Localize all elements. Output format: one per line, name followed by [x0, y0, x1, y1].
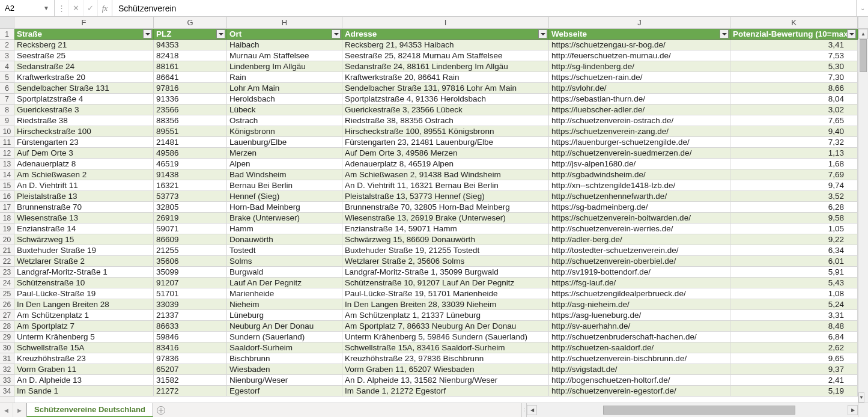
enter-icon[interactable]: ✓	[83, 0, 98, 16]
column-header-F[interactable]: F	[14, 17, 154, 28]
cell-H[interactable]: Lübeck	[227, 105, 342, 115]
cell-J[interactable]: https://schuetzenverein-zang.de/	[549, 126, 730, 136]
cell-H[interactable]: Marienheide	[227, 288, 342, 299]
cell-F[interactable]: Kraftwerkstraße 20	[14, 72, 154, 82]
cell-G[interactable]: 91207	[154, 278, 227, 288]
cell-J[interactable]: http://schuetzenverein-egestorf.de/	[549, 386, 730, 396]
row-header-26[interactable]: 26	[0, 299, 14, 310]
vscroll-track[interactable]	[858, 39, 868, 392]
cell-I[interactable]: Sedanstraße 24, 88161 Lindenberg Im Allg…	[342, 61, 549, 72]
row-header-23[interactable]: 23	[0, 267, 14, 278]
row-header-21[interactable]: 21	[0, 245, 14, 256]
cell-F[interactable]: In Den Langen Breiten 28	[14, 299, 154, 309]
cell-K[interactable]: 8,48	[730, 321, 858, 331]
cell-H[interactable]: Alpen	[227, 159, 342, 169]
cell-G[interactable]: 21481	[154, 137, 227, 147]
cell-G[interactable]: 32805	[154, 202, 227, 212]
row-header-8[interactable]: 8	[0, 105, 14, 115]
table-header-G[interactable]: PLZ	[154, 29, 227, 39]
name-box[interactable]	[5, 4, 41, 13]
cell-K[interactable]: 1,08	[730, 288, 858, 299]
cell-I[interactable]: Landgraf-Moritz-Straße 1, 35099 Burgwald	[342, 267, 549, 277]
cell-F[interactable]: Am Schützenplatz 1	[14, 310, 154, 320]
cell-K[interactable]: 7,30	[730, 72, 858, 82]
cell-G[interactable]: 23566	[154, 105, 227, 115]
cell-G[interactable]: 35606	[154, 256, 227, 266]
cell-I[interactable]: Riedstraße 38, 88356 Ostrach	[342, 115, 549, 126]
column-header-J[interactable]: J	[549, 17, 730, 28]
sheet-nav-next-icon[interactable]: ►	[13, 403, 26, 417]
cell-G[interactable]: 21272	[154, 386, 227, 396]
cell-G[interactable]: 35099	[154, 267, 227, 277]
cell-H[interactable]: Lauf An Der Pegnitz	[227, 278, 342, 288]
cell-H[interactable]: Hamm	[227, 224, 342, 234]
cancel-icon[interactable]: ✕	[69, 0, 83, 16]
cell-G[interactable]: 21255	[154, 245, 227, 255]
cell-F[interactable]: Paul-Lücke-Straße 19	[14, 288, 154, 299]
cell-H[interactable]: Rain	[227, 72, 342, 82]
row-header-5[interactable]: 5	[0, 72, 14, 83]
row-header-4[interactable]: 4	[0, 61, 14, 72]
cell-H[interactable]: Königsbronn	[227, 126, 342, 136]
cell-K[interactable]: 9,40	[730, 126, 858, 136]
cell-K[interactable]: 6,01	[730, 256, 858, 266]
filter-dropdown-icon[interactable]	[538, 29, 547, 38]
row-header-15[interactable]: 15	[0, 180, 14, 191]
row-header-34[interactable]: 34	[0, 386, 14, 397]
cell-G[interactable]: 97816	[154, 83, 227, 93]
cell-K[interactable]: 3,52	[730, 191, 858, 201]
row-header-16[interactable]: 16	[0, 191, 14, 202]
scroll-left-icon[interactable]: ◀	[527, 405, 537, 415]
filter-dropdown-icon[interactable]	[847, 29, 856, 38]
cell-I[interactable]: An D. Alpheide 13, 31582 Nienburg/Weser	[342, 375, 549, 385]
cell-J[interactable]: https://schuetzengildealperbrueck.de/	[549, 288, 730, 299]
cell-J[interactable]: https://asg-lueneburg.de/	[549, 310, 730, 320]
cell-F[interactable]: An D. Alpheide 13	[14, 375, 154, 385]
cell-G[interactable]: 51701	[154, 288, 227, 299]
cell-G[interactable]: 33039	[154, 299, 227, 309]
cell-G[interactable]: 86641	[154, 72, 227, 82]
cell-I[interactable]: Am Sportplatz 7, 86633 Neuburg An Der Do…	[342, 321, 549, 331]
cell-F[interactable]: Recksberg 21	[14, 40, 154, 50]
cell-F[interactable]: Adenauerplatz 8	[14, 159, 154, 169]
row-header-22[interactable]: 22	[0, 256, 14, 267]
cell-F[interactable]: Kreuzhöhstraße 23	[14, 353, 154, 364]
cell-I[interactable]: In Den Langen Breiten 28, 33039 Nieheim	[342, 299, 549, 309]
cell-I[interactable]: Kreuzhöhstraße 23, 97836 Bischbrunn	[342, 353, 549, 364]
cells-area[interactable]: StraßePLZOrtAdresseWebseitePotenzial-Bew…	[14, 29, 858, 403]
row-header-28[interactable]: 28	[0, 321, 14, 332]
cell-G[interactable]: 59071	[154, 224, 227, 234]
cell-I[interactable]: Brunnenstraße 70, 32805 Horn-Bad Meinber…	[342, 202, 549, 212]
cell-K[interactable]: 9,74	[730, 180, 858, 190]
filter-dropdown-icon[interactable]	[332, 29, 341, 38]
column-header-H[interactable]: H	[227, 17, 342, 28]
cell-I[interactable]: Auf Dem Orte 3, 49586 Merzen	[342, 148, 549, 158]
cell-K[interactable]: 7,69	[730, 169, 858, 180]
cell-H[interactable]: Bernau Bei Berlin	[227, 180, 342, 190]
cell-H[interactable]: Bischbrunn	[227, 353, 342, 364]
cell-K[interactable]: 1,68	[730, 159, 858, 169]
cell-G[interactable]: 91336	[154, 94, 227, 104]
cell-K[interactable]: 5,30	[730, 61, 858, 72]
row-header-3[interactable]: 3	[0, 50, 14, 61]
cell-F[interactable]: Vorm Graben 11	[14, 364, 154, 374]
cell-H[interactable]: Lohr Am Main	[227, 83, 342, 93]
row-header-29[interactable]: 29	[0, 332, 14, 342]
row-header-25[interactable]: 25	[0, 288, 14, 299]
hscroll-thumb[interactable]	[603, 406, 795, 415]
scroll-down-icon[interactable]: ▼	[858, 392, 864, 403]
row-header-12[interactable]: 12	[0, 148, 14, 159]
cell-I[interactable]: Kraftwerkstraße 20, 86641 Rain	[342, 72, 549, 82]
row-header-27[interactable]: 27	[0, 310, 14, 321]
row-header-11[interactable]: 11	[0, 137, 14, 148]
cell-F[interactable]: Riedstraße 38	[14, 115, 154, 126]
cell-F[interactable]: An D. Viehtrift 11	[14, 180, 154, 190]
cell-F[interactable]: Sportplatzstraße 4	[14, 94, 154, 104]
cell-J[interactable]: https://sg-badmeinberg.de/	[549, 202, 730, 212]
cell-H[interactable]: Burgwald	[227, 267, 342, 277]
cell-G[interactable]: 46519	[154, 159, 227, 169]
cell-J[interactable]: http://schuetzenbruderschaft-hachen.de/	[549, 332, 730, 342]
row-header-30[interactable]: 30	[0, 342, 14, 353]
row-header-17[interactable]: 17	[0, 202, 14, 213]
select-all-corner[interactable]	[0, 17, 14, 28]
